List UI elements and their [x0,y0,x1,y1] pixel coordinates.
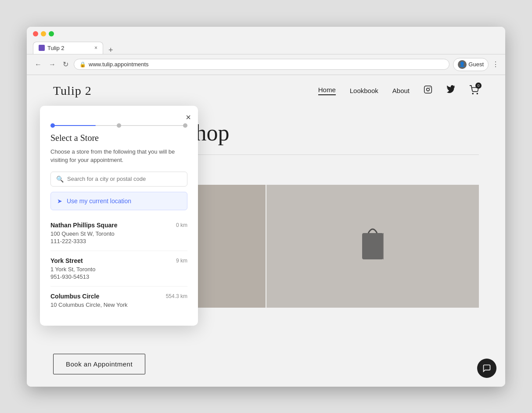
tab-bar: Tulip 2 × + [33,42,499,54]
address-bar[interactable]: 🔒 www.tulip.appointments [74,59,449,70]
store-item-0-header: Nathan Phillips Square 0 km [50,222,187,229]
new-tab-button[interactable]: + [106,46,116,54]
store-item-0[interactable]: Nathan Phillips Square 0 km 100 Queen St… [50,215,187,251]
progress-bar [40,122,198,133]
forward-button[interactable]: → [47,60,58,69]
location-arrow-icon: ➤ [57,198,62,205]
store-1-distance: 9 km [176,258,187,264]
site-content: Tulip 2 Home Lookbook About [27,75,505,387]
back-button[interactable]: ← [33,60,43,69]
browser-titlebar: Tulip 2 × + [27,27,505,54]
modal-description: Choose a store from the following that y… [50,147,187,165]
tab-favicon-icon [39,45,45,51]
store-item-1-header: York Street 9 km [50,257,187,264]
store-1-name: York Street [50,257,83,264]
store-0-phone: 111-222-3333 [50,238,187,244]
address-text: www.tulip.appointments [89,61,149,68]
store-2-distance: 554.3 km [166,293,187,299]
browser-controls [33,31,499,36]
store-2-address: 10 Columbus Circle, New York [50,302,187,308]
browser-window: Tulip 2 × + ← → ↻ 🔒 www.tulip.appointmen… [27,27,505,387]
modal-body: Select a Store Choose a store from the f… [40,133,198,326]
progress-dot-2 [117,123,121,128]
store-0-distance: 0 km [176,222,187,228]
progress-fill [50,125,96,126]
tab-close-button[interactable]: × [94,45,97,51]
refresh-button[interactable]: ↻ [61,59,70,69]
traffic-light-red[interactable] [33,31,38,36]
lock-icon: 🔒 [79,61,86,68]
store-list: Nathan Phillips Square 0 km 100 Queen St… [50,215,187,315]
traffic-light-green[interactable] [49,31,54,36]
store-select-modal: × Select a Store Choose a store from the… [40,106,198,326]
tab-title: Tulip 2 [47,45,65,51]
store-0-name: Nathan Phillips Square [50,222,117,229]
store-2-name: Columbus Circle [50,293,99,300]
modal-close-button[interactable]: × [186,113,191,122]
progress-dot-1 [50,123,55,128]
store-item-2-header: Columbus Circle 554.3 km [50,293,187,300]
progress-track [50,125,187,126]
search-wrap[interactable]: 🔍 [50,172,187,187]
store-item-1[interactable]: York Street 9 km 1 York St, Toronto 951-… [50,251,187,287]
use-current-location-option[interactable]: ➤ Use my current location [50,192,187,210]
browser-toolbar: ← → ↻ 🔒 www.tulip.appointments 👤 Guest ⋮ [27,54,505,75]
profile-area[interactable]: 👤 Guest [453,58,489,71]
search-input[interactable] [67,176,182,182]
traffic-light-yellow[interactable] [41,31,46,36]
modal-title: Select a Store [50,133,187,143]
store-1-address: 1 York St, Toronto [50,266,187,273]
store-0-address: 100 Queen St W, Toronto [50,230,187,237]
profile-label: Guest [468,61,484,68]
modal-header: × [40,106,198,122]
profile-icon: 👤 [458,60,467,69]
search-icon: 🔍 [56,176,64,183]
browser-tab[interactable]: Tulip 2 × [33,42,103,54]
store-item-2[interactable]: Columbus Circle 554.3 km 10 Columbus Cir… [50,287,187,315]
location-option-text: Use my current location [67,198,131,205]
progress-dot-3 [183,123,187,128]
browser-menu-button[interactable]: ⋮ [492,60,499,68]
store-1-phone: 951-930-54513 [50,273,187,280]
